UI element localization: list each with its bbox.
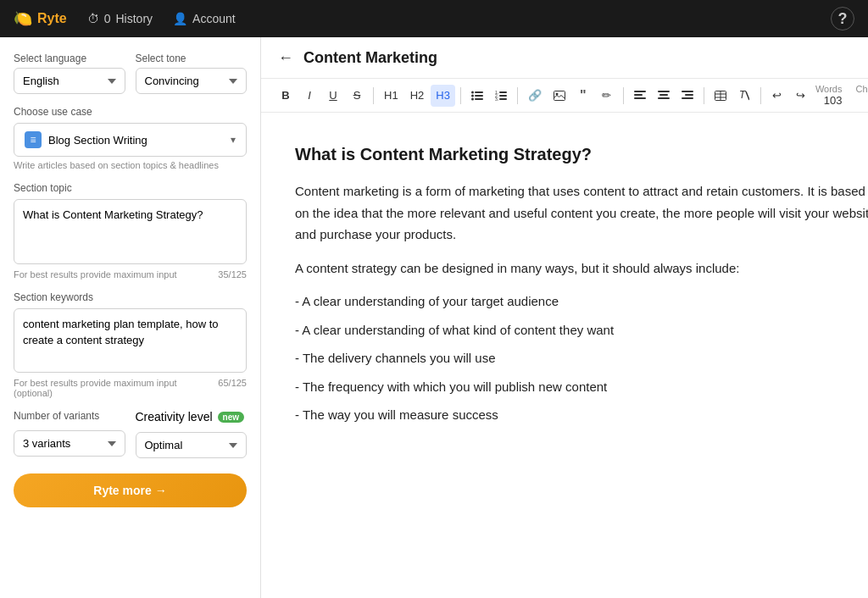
back-button[interactable]: ← xyxy=(278,49,293,67)
variants-select[interactable]: 3 variants 1 variant 2 variants 4 varian… xyxy=(14,430,125,457)
language-select[interactable]: English Spanish French xyxy=(14,68,125,94)
svg-rect-7 xyxy=(499,91,507,93)
svg-rect-22 xyxy=(682,91,693,92)
svg-rect-1 xyxy=(475,91,483,93)
ol-icon: 1. 2. 3. xyxy=(495,91,507,101)
use-case-chevron-icon: ▾ xyxy=(231,134,236,146)
svg-rect-12 xyxy=(554,91,565,100)
svg-point-4 xyxy=(471,97,474,100)
use-case-label: Choose use case xyxy=(14,106,247,118)
bold-button[interactable]: B xyxy=(275,85,297,107)
h3-button[interactable]: H3 xyxy=(431,85,455,107)
history-label: History xyxy=(115,12,153,25)
highlight-button[interactable]: ✏ xyxy=(596,85,618,107)
redo-button[interactable]: ↪ xyxy=(790,85,812,107)
use-case-section: Choose use case Blog Section Writing ▾ W… xyxy=(14,106,247,170)
svg-rect-11 xyxy=(499,98,507,100)
content-area: ← Content Marketing ⋮ B I U S H1 H2 H3 xyxy=(261,37,868,598)
logo-icon: 🍋 xyxy=(14,9,32,28)
section-topic-hint: For best results provide maximum input 3… xyxy=(14,269,247,280)
section-topic-label: Section topic xyxy=(14,182,247,194)
brand-logo[interactable]: 🍋 Ryte xyxy=(14,9,67,28)
italic-button[interactable]: I xyxy=(298,85,320,107)
svg-point-2 xyxy=(471,94,474,97)
toolbar-divider-3 xyxy=(517,87,518,104)
clear-format-button[interactable]: T xyxy=(733,85,755,107)
align-left-button[interactable] xyxy=(629,85,651,107)
h2-button[interactable]: H2 xyxy=(405,85,430,107)
toolbar-divider-4 xyxy=(623,87,624,104)
creativity-select[interactable]: Optimal Conservative Creative Maximum xyxy=(136,432,248,458)
ryte-more-button[interactable]: Ryte more → xyxy=(14,473,247,507)
tone-select[interactable]: Convincing Formal Casual xyxy=(136,68,248,94)
link-button[interactable]: 🔗 xyxy=(523,85,547,107)
account-icon: 👤 xyxy=(173,12,187,25)
creativity-new-badge: new xyxy=(218,412,244,423)
svg-rect-24 xyxy=(682,97,693,99)
use-case-name: Blog Section Writing xyxy=(48,134,224,147)
sidebar: Select language English Spanish French S… xyxy=(0,37,261,598)
table-button[interactable] xyxy=(709,85,732,107)
section-keywords-label: Section keywords xyxy=(14,291,247,303)
unordered-list-button[interactable] xyxy=(466,85,488,107)
toolbar-divider-5 xyxy=(704,87,704,104)
ordered-list-button[interactable]: 1. 2. 3. xyxy=(490,85,512,107)
account-label: Account xyxy=(192,12,236,25)
tone-label: Select tone xyxy=(136,53,248,64)
history-icon: ⏱ xyxy=(87,12,99,25)
list-item: - A clear understanding of what kind of … xyxy=(295,319,868,341)
content-paragraph-1: Content marketing is a form of marketing… xyxy=(295,180,868,246)
tone-group: Select tone Convincing Formal Casual xyxy=(136,53,248,94)
undo-button[interactable]: ↩ xyxy=(766,85,788,107)
list-item: - The frequency with which you will publ… xyxy=(295,376,868,398)
brand-name: Ryte xyxy=(37,11,67,26)
section-topic-input[interactable]: What is Content Marketing Strategy? xyxy=(14,199,247,264)
svg-rect-3 xyxy=(475,95,483,97)
section-topic-section: Section topic What is Content Marketing … xyxy=(14,182,247,280)
creativity-label: Creativity level xyxy=(136,410,213,424)
align-right-icon xyxy=(682,91,693,101)
svg-rect-18 xyxy=(658,91,670,92)
svg-rect-23 xyxy=(685,94,693,96)
use-case-select[interactable]: Blog Section Writing ▾ xyxy=(14,123,247,157)
words-label: Words xyxy=(815,84,843,94)
ul-icon xyxy=(471,91,483,101)
top-navigation: 🍋 Ryte ⏱ 0 History 👤 Account ? xyxy=(0,0,868,37)
align-right-button[interactable] xyxy=(676,85,698,107)
align-center-button[interactable] xyxy=(653,85,675,107)
editor-content[interactable]: What is Content Marketing Strategy? Cont… xyxy=(261,113,868,598)
image-button[interactable] xyxy=(548,85,570,107)
section-keywords-input[interactable]: content marketing plan template, how to … xyxy=(14,308,247,374)
svg-line-31 xyxy=(746,91,749,100)
list-item: - The delivery channels you will use xyxy=(295,347,868,369)
image-icon xyxy=(554,91,565,101)
clear-format-icon: T xyxy=(739,90,749,102)
h1-button[interactable]: H1 xyxy=(379,85,403,107)
language-tone-row: Select language English Spanish French S… xyxy=(14,53,247,94)
words-value: 103 xyxy=(824,94,843,107)
underline-button[interactable]: U xyxy=(322,85,344,107)
characters-label: Characters xyxy=(855,84,868,94)
strikethrough-button[interactable]: S xyxy=(346,85,368,107)
help-button[interactable]: ? xyxy=(831,7,854,30)
section-keywords-section: Section keywords content marketing plan … xyxy=(14,291,247,399)
align-center-icon xyxy=(658,91,670,101)
history-nav-item[interactable]: ⏱ 0 History xyxy=(87,12,153,25)
account-nav-item[interactable]: 👤 Account xyxy=(173,12,236,25)
words-count: Words 103 xyxy=(815,84,843,107)
svg-rect-14 xyxy=(634,91,646,92)
svg-point-0 xyxy=(471,91,474,93)
creativity-group: Creativity level new Optimal Conservativ… xyxy=(136,410,248,458)
word-count-display: Words 103 Characters 579 xyxy=(815,84,868,107)
toolbar-divider-6 xyxy=(760,87,761,104)
quote-button[interactable]: " xyxy=(572,85,594,107)
table-icon xyxy=(715,91,726,101)
toolbar-divider-2 xyxy=(460,87,461,104)
svg-text:T: T xyxy=(739,90,747,101)
svg-rect-5 xyxy=(475,98,483,100)
list-item: - A clear understanding of your target a… xyxy=(295,291,868,313)
svg-rect-9 xyxy=(499,95,507,97)
content-list: - A clear understanding of your target a… xyxy=(295,291,868,426)
content-paragraph-2: A content strategy can be designed in ma… xyxy=(295,257,868,280)
language-label: Select language xyxy=(14,53,125,64)
